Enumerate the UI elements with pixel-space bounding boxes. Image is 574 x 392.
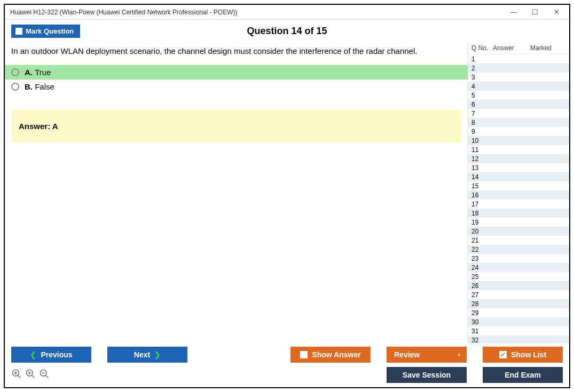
list-item[interactable]: 8	[468, 118, 569, 127]
list-item[interactable]: 5	[468, 91, 569, 100]
option-b[interactable]: B. False	[5, 79, 468, 94]
list-item[interactable]: 9	[468, 127, 569, 136]
list-item[interactable]: 31	[468, 326, 569, 335]
list-item[interactable]: 24	[468, 263, 569, 272]
save-session-button[interactable]: Save Session	[387, 367, 467, 383]
list-item[interactable]: 12	[468, 154, 569, 163]
qno-cell: 30	[471, 318, 493, 326]
titlebar: Huawei H12-322 (Wlan-Poew (Huawei Certif…	[5, 5, 569, 20]
qno-cell: 18	[471, 210, 493, 217]
list-item[interactable]: 1	[468, 54, 569, 63]
list-item[interactable]: 29	[468, 308, 569, 317]
previous-label: Previous	[41, 350, 72, 359]
qno-cell: 12	[471, 155, 493, 163]
list-item[interactable]: 25	[468, 272, 569, 281]
close-icon[interactable]: ✕	[546, 6, 567, 18]
qno-cell: 21	[471, 237, 493, 244]
checkbox-checked-icon	[499, 351, 507, 358]
list-item[interactable]: 16	[468, 190, 569, 199]
chevron-left-icon: ❮	[30, 350, 36, 359]
qno-cell: 22	[471, 246, 493, 253]
list-item[interactable]: 10	[468, 136, 569, 145]
list-item[interactable]: 15	[468, 181, 569, 190]
list-item[interactable]: 27	[468, 290, 569, 299]
svg-point-4	[15, 372, 17, 373]
window-title: Huawei H12-322 (Wlan-Poew (Huawei Certif…	[10, 9, 237, 16]
footer: ❮ Previous Next ❯ Show Answer Review ▾ S…	[5, 343, 569, 387]
question-list-header: Q No. Answer Marked	[468, 42, 569, 54]
list-item[interactable]: 32	[468, 335, 569, 343]
list-item[interactable]: 6	[468, 100, 569, 109]
qno-cell: 10	[471, 137, 493, 145]
list-item[interactable]: 3	[468, 73, 569, 82]
list-item[interactable]: 17	[468, 199, 569, 209]
content-area: In an outdoor WLAN deployment scenario, …	[5, 42, 569, 343]
zoom-controls	[11, 369, 50, 382]
app-window: Huawei H12-322 (Wlan-Poew (Huawei Certif…	[4, 4, 570, 388]
question-list-panel: Q No. Answer Marked 12345678910111213141…	[468, 42, 569, 343]
chevron-right-icon: ❯	[154, 350, 161, 359]
qno-cell: 5	[471, 92, 493, 99]
options-list: A. TrueB. False	[5, 65, 468, 94]
previous-button[interactable]: ❮ Previous	[11, 347, 91, 363]
footer-row-1: ❮ Previous Next ❯ Show Answer Review ▾ S…	[11, 347, 563, 363]
list-item[interactable]: 20	[468, 227, 569, 236]
svg-line-1	[18, 375, 21, 378]
show-answer-label: Show Answer	[312, 350, 360, 359]
radio-icon	[11, 83, 19, 91]
show-list-button[interactable]: Show List	[483, 347, 563, 363]
list-item[interactable]: 26	[468, 281, 569, 290]
qno-cell: 11	[471, 146, 493, 154]
mark-question-button[interactable]: Mark Question	[11, 25, 80, 38]
qno-cell: 14	[471, 173, 493, 181]
question-panel: In an outdoor WLAN deployment scenario, …	[5, 42, 468, 343]
header-marked: Marked	[530, 44, 566, 52]
list-item[interactable]: 13	[468, 163, 569, 172]
qno-cell: 26	[471, 282, 493, 290]
list-item[interactable]: 2	[468, 63, 569, 73]
list-item[interactable]: 14	[468, 172, 569, 181]
qno-cell: 1	[471, 55, 493, 63]
list-item[interactable]: 30	[468, 317, 569, 326]
maximize-icon[interactable]: ☐	[524, 6, 546, 18]
qno-cell: 3	[471, 74, 493, 81]
qno-cell: 25	[471, 273, 493, 281]
question-list[interactable]: 1234567891011121314151617181920212223242…	[468, 54, 569, 343]
list-item[interactable]: 28	[468, 299, 569, 308]
show-list-label: Show List	[511, 350, 546, 359]
list-item[interactable]: 18	[468, 209, 569, 218]
zoom-reset-icon[interactable]	[11, 369, 22, 382]
list-item[interactable]: 7	[468, 109, 569, 118]
svg-line-6	[32, 375, 35, 378]
end-exam-button[interactable]: End Exam	[483, 367, 563, 383]
qno-cell: 23	[471, 255, 493, 262]
qno-cell: 8	[471, 119, 493, 126]
qno-cell: 9	[471, 128, 493, 135]
list-item[interactable]: 21	[468, 236, 569, 245]
list-item[interactable]: 11	[468, 145, 569, 154]
next-label: Next	[134, 350, 150, 359]
zoom-out-icon[interactable]	[39, 369, 50, 382]
checkbox-icon	[15, 28, 22, 35]
minimize-icon[interactable]: —	[503, 6, 524, 18]
save-session-label: Save Session	[403, 371, 451, 379]
zoom-in-icon[interactable]	[25, 369, 36, 382]
chevron-down-icon: ▾	[458, 352, 460, 358]
footer-row-2: Save Session End Exam	[11, 367, 563, 383]
window-controls: — ☐ ✕	[503, 6, 567, 18]
qno-cell: 24	[471, 264, 493, 271]
list-item[interactable]: 23	[468, 254, 569, 263]
qno-cell: 28	[471, 300, 493, 308]
answer-box: Answer: A	[11, 110, 461, 142]
list-item[interactable]: 22	[468, 245, 569, 254]
list-item[interactable]: 4	[468, 82, 569, 91]
show-answer-button[interactable]: Show Answer	[290, 347, 371, 363]
review-button[interactable]: Review ▾	[387, 347, 467, 363]
svg-line-10	[46, 375, 49, 378]
topbar: Mark Question Question 14 of 15	[5, 20, 569, 42]
end-exam-label: End Exam	[505, 371, 541, 379]
qno-cell: 16	[471, 191, 493, 199]
next-button[interactable]: Next ❯	[107, 347, 187, 363]
option-a[interactable]: A. True	[5, 65, 468, 79]
list-item[interactable]: 19	[468, 218, 569, 227]
